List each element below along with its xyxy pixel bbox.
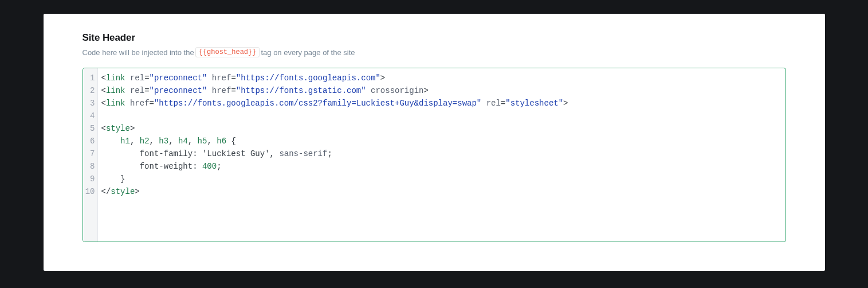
line-number-gutter: 12345678910 [83,68,98,242]
code-line[interactable]: <link rel="preconnect" href="https://fon… [101,72,782,84]
code-line[interactable]: font-weight: 400; [101,160,782,173]
line-number: 1 [83,72,95,84]
line-number: 10 [83,185,95,198]
settings-panel: Site Header Code here will be injected i… [44,14,825,271]
description-text-before: Code here will be injected into the [83,48,194,57]
code-line[interactable]: <link href="https://fonts.googleapis.com… [101,97,782,110]
line-number: 6 [83,135,95,147]
line-number: 9 [83,173,95,185]
line-number: 7 [83,147,95,160]
line-number: 3 [83,97,95,110]
code-line[interactable]: </style> [101,185,782,198]
line-number: 8 [83,160,95,173]
section-description: Code here will be injected into the {{gh… [83,47,786,57]
code-line[interactable] [101,110,782,122]
line-number: 5 [83,122,95,135]
ghost-head-token: {{ghost_head}} [195,47,260,57]
line-number: 4 [83,110,95,122]
code-line[interactable]: h1, h2, h3, h4, h5, h6 { [101,135,782,147]
line-number: 2 [83,84,95,97]
code-textarea[interactable]: <link rel="preconnect" href="https://fon… [98,68,785,242]
code-line[interactable]: <style> [101,122,782,135]
code-editor[interactable]: 12345678910 <link rel="preconnect" href=… [83,68,786,242]
code-line[interactable]: <link rel="preconnect" href="https://fon… [101,84,782,97]
code-line[interactable]: } [101,173,782,185]
code-line[interactable]: font-family: 'Luckiest Guy', sans-serif; [101,147,782,160]
description-text-after: tag on every page of the site [261,48,355,57]
section-title: Site Header [83,32,786,44]
